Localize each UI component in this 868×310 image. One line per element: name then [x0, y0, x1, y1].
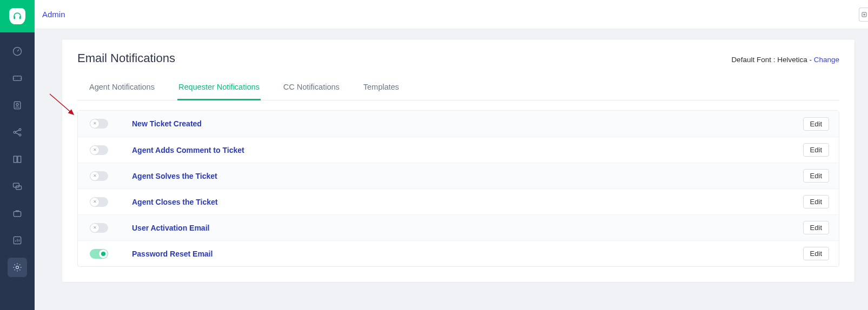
sidebar-nav — [0, 38, 35, 281]
svg-point-8 — [19, 134, 21, 136]
toggle-new-ticket-created[interactable] — [90, 119, 108, 129]
svg-rect-10 — [16, 186, 22, 190]
svg-rect-11 — [14, 212, 21, 217]
edit-button[interactable]: Edit — [803, 143, 829, 157]
sidebar-item-assets[interactable] — [0, 200, 35, 227]
sidebar-item-reports[interactable] — [0, 227, 35, 254]
panel: Email Notifications Default Font : Helve… — [62, 39, 855, 282]
notification-row: Password Reset Email Edit — [78, 240, 839, 266]
edit-button[interactable]: Edit — [803, 195, 829, 208]
edit-button[interactable]: Edit — [803, 247, 829, 260]
change-font-link[interactable]: Change — [814, 56, 839, 64]
notification-row: Agent Closes the Ticket Edit — [78, 188, 839, 214]
toggle-agent-solves-ticket[interactable] — [90, 171, 108, 181]
app-logo[interactable] — [0, 0, 35, 32]
topbar: Admin — [35, 0, 868, 29]
tab-templates[interactable]: Templates — [362, 76, 400, 100]
sidebar-item-tickets[interactable] — [0, 65, 35, 92]
svg-rect-1 — [19, 16, 21, 19]
svg-point-6 — [14, 131, 16, 133]
notification-label[interactable]: Password Reset Email — [132, 250, 213, 258]
headset-icon — [9, 8, 25, 24]
font-name: Helvetica — [777, 56, 807, 64]
tab-agent-notifications[interactable]: Agent Notifications — [88, 76, 156, 100]
notification-row: New Ticket Created Edit — [78, 111, 839, 137]
notification-label[interactable]: Agent Solves the Ticket — [132, 172, 217, 180]
notification-label[interactable]: Agent Closes the Ticket — [132, 198, 217, 206]
notification-label[interactable]: User Activation Email — [132, 224, 209, 232]
svg-point-7 — [19, 129, 21, 131]
font-label: Default Font : — [731, 56, 777, 64]
sidebar-item-knowledge[interactable] — [0, 146, 35, 173]
toggle-user-activation-email[interactable] — [90, 223, 108, 233]
panel-expand-handle[interactable] — [859, 8, 868, 22]
sidebar — [0, 0, 35, 310]
svg-point-5 — [16, 103, 18, 105]
tabs: Agent Notifications Requester Notificati… — [77, 76, 839, 100]
toggle-agent-adds-comment[interactable] — [90, 145, 108, 155]
toggle-agent-closes-ticket[interactable] — [90, 197, 108, 207]
sidebar-item-chat[interactable] — [0, 173, 35, 200]
notification-row: User Activation Email Edit — [78, 214, 839, 240]
toggle-password-reset-email[interactable] — [90, 249, 108, 259]
sidebar-item-social[interactable] — [0, 119, 35, 146]
edit-button[interactable]: Edit — [803, 169, 829, 183]
sidebar-item-settings[interactable] — [8, 258, 27, 277]
notification-label[interactable]: New Ticket Created — [132, 119, 202, 128]
content-area: Email Notifications Default Font : Helve… — [35, 29, 868, 310]
breadcrumb-admin[interactable]: Admin — [42, 10, 65, 19]
tab-cc-notifications[interactable]: CC Notifications — [282, 76, 341, 100]
svg-rect-0 — [14, 16, 15, 19]
page-title: Email Notifications — [77, 51, 175, 65]
notification-row: Agent Solves the Ticket Edit — [78, 163, 839, 188]
edit-button[interactable]: Edit — [803, 117, 829, 131]
notification-row: Agent Adds Comment to Ticket Edit — [78, 137, 839, 163]
default-font-info: Default Font : Helvetica - Change — [731, 56, 839, 64]
notification-list: New Ticket Created Edit Agent Adds Comme… — [77, 110, 839, 267]
tab-requester-notifications[interactable]: Requester Notifications — [177, 76, 261, 100]
svg-rect-3 — [14, 76, 22, 80]
svg-point-13 — [16, 266, 19, 269]
notification-label[interactable]: Agent Adds Comment to Ticket — [132, 146, 244, 154]
edit-button[interactable]: Edit — [803, 221, 829, 234]
sidebar-item-contacts[interactable] — [0, 92, 35, 119]
sidebar-item-dashboard[interactable] — [0, 38, 35, 65]
